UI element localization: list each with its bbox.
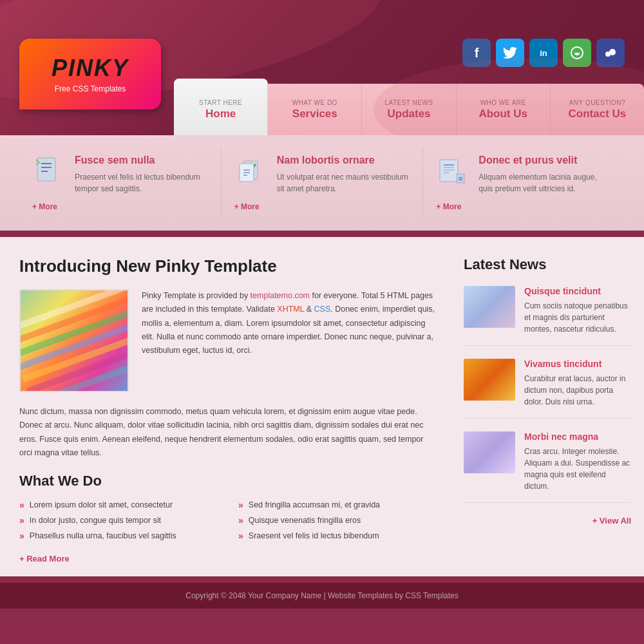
view-all-button[interactable]: View All [464, 516, 631, 526]
news-content-2: Vivamus tincidunt Curabitur erat lacus, … [524, 359, 631, 408]
news-item-1: Quisque tincidunt Cum sociis natoque pen… [464, 286, 631, 346]
main-content: Introducing New Pinky Template Pinky Tem… [0, 237, 644, 576]
read-more-button[interactable]: Read More [19, 554, 70, 564]
list-arrow-icon: » [238, 500, 243, 510]
list-item-text: In dolor justo, congue quis tempor sit [30, 516, 161, 525]
svg-point-2 [609, 49, 616, 55]
nav-services[interactable]: WHAT WE DO Services [268, 84, 362, 135]
footer-text: Copyright © 2048 Your Company Name | Web… [185, 591, 459, 600]
news-item-2: Vivamus tincidunt Curabitur erat lacus, … [464, 359, 631, 419]
list-item-text: Lorem ipsum dolor sit amet, consectetur [30, 500, 173, 509]
footer: Copyright © 2048 Your Company Name | Web… [0, 583, 644, 609]
nav-home-label: START HERE [199, 99, 242, 106]
intro-title: Introducing New Pinky Template [19, 256, 438, 276]
list-item: » Phasellus nulla urna, faucibus vel sag… [19, 531, 219, 541]
nav-contact-main: Contact Us [569, 108, 627, 120]
feature-2-more[interactable]: More [234, 202, 410, 211]
feature-1: Fusce sem nulla Praesent vel felis id le… [19, 148, 222, 218]
feature-1-icon [32, 155, 64, 187]
facebook-icon[interactable]: f [462, 39, 491, 67]
what-we-do-title: What We Do [19, 473, 438, 489]
feature-3: Donec et purus velit Aliquam elementum l… [423, 148, 625, 218]
nav-updates-label: LATEST NEWS [384, 99, 433, 106]
list-item: » In dolor justo, congue quis tempor sit [19, 515, 219, 526]
news-content-3: Morbi nec magna Cras arcu. Integer moles… [524, 431, 631, 492]
right-column: Latest News Quisque tincidunt Cum sociis… [457, 237, 644, 576]
list-item: » Sraesent vel felis id lectus bibendum [238, 531, 438, 541]
news-content-1: Quisque tincidunt Cum sociis natoque pen… [524, 286, 631, 335]
nav-about[interactable]: WHO WE ARE About Us [457, 84, 551, 135]
news-title: Latest News [464, 256, 631, 273]
list-item-text: Sed fringilla accumsan mi, et gravida [249, 500, 380, 509]
feature-2-text: Ut volutpat erat nec mauris vestibulum s… [277, 171, 410, 194]
nav-contact[interactable]: ANY QUESTION? Contact Us [551, 84, 644, 135]
logo: PINKY Free CSS Templates [19, 39, 161, 109]
feature-3-icon [436, 155, 468, 187]
news-item-3-text: Cras arcu. Integer molestie. Aliquam a d… [524, 446, 631, 492]
feature-1-more[interactable]: More [32, 202, 208, 211]
feature-2-title: Nam lobortis ornare [277, 155, 410, 166]
twitter-icon[interactable] [496, 39, 524, 67]
header: PINKY Free CSS Templates f in START HERE… [0, 0, 644, 135]
news-item-3-title[interactable]: Morbi nec magna [524, 431, 631, 442]
feature-3-more[interactable]: More [436, 202, 612, 211]
nav-bar: START HERE Home WHAT WE DO Services LATE… [174, 84, 644, 135]
news-item-2-text: Curabitur erat lacus, auctor in dictum n… [524, 373, 631, 408]
list-item-text: Phasellus nulla urna, faucibus vel sagit… [30, 531, 176, 540]
xhtml-link[interactable]: XHTML [277, 305, 304, 314]
svg-rect-12 [440, 160, 458, 182]
nav-services-main: Services [292, 108, 337, 120]
intro-text: Pinky Template is provided by templatemo… [142, 289, 438, 392]
list-item-text: Sraesent vel felis id lectus bibendum [249, 531, 379, 540]
social-icons: f in [462, 39, 625, 67]
intro-paragraph-2: Nunc dictum, massa non dignissim commodo… [19, 405, 438, 460]
templatemo-link[interactable]: templatemo.com [251, 291, 310, 300]
list-item: » Sed fringilla accumsan mi, et gravida [238, 500, 438, 510]
css-link[interactable]: CSS [314, 305, 331, 314]
myspace-icon[interactable] [596, 39, 625, 67]
news-thumb-1 [464, 286, 515, 328]
news-item-1-text: Cum sociis natoque penatibus et magnis d… [524, 300, 631, 335]
nav-contact-label: ANY QUESTION? [569, 99, 625, 106]
list-item: » Quisque venenatis fringilla eros [238, 515, 438, 526]
logo-title: PINKY [52, 55, 129, 82]
feature-2-icon [234, 155, 267, 187]
intro-content: Pinky Template is provided by templatemo… [19, 289, 438, 392]
what-we-do-list: » Lorem ipsum dolor sit amet, consectetu… [19, 500, 438, 541]
nav-about-main: About Us [478, 108, 527, 120]
logo-subtitle: Free CSS Templates [55, 84, 126, 93]
list-arrow-icon: » [19, 515, 24, 526]
news-item-2-title[interactable]: Vivamus tincidunt [524, 359, 631, 369]
list-arrow-icon: » [238, 531, 243, 541]
list-arrow-icon: » [19, 500, 24, 510]
nav-services-label: WHAT WE DO [292, 99, 337, 106]
nav-updates[interactable]: LATEST NEWS Updates [362, 84, 456, 135]
list-arrow-icon: » [19, 531, 24, 541]
feature-3-title: Donec et purus velit [478, 155, 612, 166]
list-arrow-icon: » [238, 515, 243, 526]
linkedin-icon[interactable]: in [529, 39, 558, 67]
features-strip: Fusce sem nulla Praesent vel felis id le… [0, 135, 644, 231]
nav-home-main: Home [205, 108, 236, 120]
intro-image [19, 289, 129, 392]
feature-3-text: Aliquam elementum lacinia augue, quis pr… [478, 171, 612, 194]
google-plus-icon[interactable] [563, 39, 591, 67]
news-thumb-3 [464, 431, 515, 473]
news-item-1-title[interactable]: Quisque tincidunt [524, 286, 631, 296]
nav-updates-main: Updates [387, 108, 430, 120]
list-item: » Lorem ipsum dolor sit amet, consectetu… [19, 500, 219, 510]
news-thumb-2 [464, 359, 515, 401]
left-column: Introducing New Pinky Template Pinky Tem… [0, 237, 457, 576]
feature-1-text: Praesent vel felis id lectus bibendum te… [75, 171, 208, 194]
nav-home[interactable]: START HERE Home [174, 79, 268, 135]
feature-2: Nam lobortis ornare Ut volutpat erat nec… [222, 148, 424, 218]
list-item-text: Quisque venenatis fringilla eros [249, 516, 361, 525]
svg-rect-3 [37, 158, 55, 181]
feature-1-title: Fusce sem nulla [75, 155, 208, 166]
news-item-3: Morbi nec magna Cras arcu. Integer moles… [464, 431, 631, 503]
nav-about-label: WHO WE ARE [480, 99, 526, 106]
